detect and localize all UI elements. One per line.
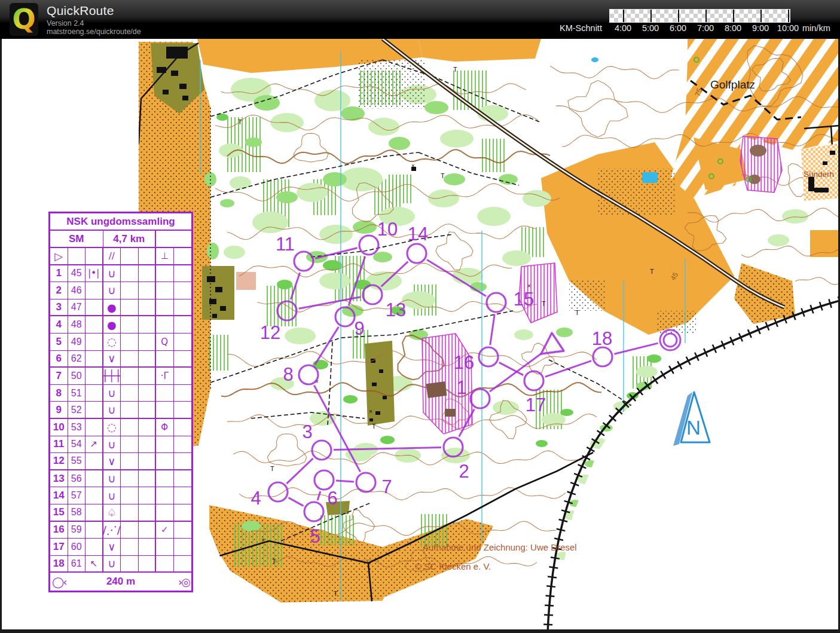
north-arrow-icon: N (673, 392, 710, 446)
cell (121, 522, 139, 539)
control-number-12: 12 (260, 322, 280, 343)
course-leg-line (490, 314, 494, 345)
svg-text:T: T (453, 66, 457, 73)
cell (139, 402, 157, 419)
col-g-symbol (156, 265, 174, 283)
cell (139, 487, 157, 504)
pace-gradient-bar (609, 9, 790, 23)
cell (174, 522, 192, 539)
finish-circle-icon: ›◎ (166, 576, 191, 588)
control-code: 56 (68, 470, 86, 488)
col-g-symbol (156, 504, 174, 522)
cell (139, 385, 157, 402)
quickroute-window: Q QuickRoute Version 2.4 matstroeng.se/q… (0, 0, 840, 633)
course-leg-line (317, 491, 320, 500)
cell (174, 470, 192, 488)
control-circle-3 (312, 441, 331, 460)
control-code: 57 (68, 487, 86, 504)
credit-line-1: Aufnahme und Zeichnung: Uwe Dresel (423, 542, 577, 552)
cell (121, 470, 139, 488)
control-number: 15 (50, 504, 68, 522)
cell (139, 419, 157, 436)
col-g-symbol (156, 402, 174, 419)
control-code: 60 (68, 539, 86, 556)
cell (139, 351, 157, 368)
col-c-symbol (85, 334, 103, 351)
control-number-6: 6 (327, 488, 337, 509)
course-title: NSK ungdomssamling (50, 213, 191, 231)
cell (85, 248, 103, 265)
cell (174, 556, 192, 573)
control-circle-5 (304, 502, 323, 521)
control-number: 14 (50, 487, 68, 504)
feature-symbol: ∪ (103, 487, 121, 504)
pace-tick-label: 5:00 (642, 23, 659, 33)
feature-symbol: ∨ (103, 351, 121, 368)
feature-symbol: ◌ (103, 419, 121, 436)
svg-text:T: T (542, 300, 546, 307)
cell (121, 556, 139, 573)
course-leg-line (286, 458, 313, 484)
feature-symbol: ∪ (103, 436, 121, 454)
pace-tick-label: 8:00 (725, 23, 741, 33)
control-number-13: 13 (386, 299, 406, 320)
credit-line-2: © SC Klecken e. V. (415, 561, 491, 571)
cell (121, 265, 139, 283)
control-circle-4 (268, 482, 288, 501)
feature-symbol: ∪ (103, 402, 121, 419)
col-g-symbol (156, 385, 174, 402)
cell (174, 299, 192, 317)
control-number-7: 7 (381, 476, 392, 497)
control-number: 5 (50, 334, 68, 351)
cell (121, 487, 139, 504)
feature-symbol: ∕⋰∕ (103, 522, 121, 539)
control-number-2: 2 (459, 461, 469, 482)
control-code: 58 (68, 504, 86, 522)
feature-symbol: ◌ (103, 334, 121, 351)
north-letter: N (686, 417, 701, 439)
col-g-symbol (156, 487, 174, 504)
cell (139, 282, 157, 299)
control-circle-8 (299, 365, 318, 384)
col-c-symbol: ↗ (85, 436, 103, 454)
cell (174, 453, 192, 470)
pace-tick (705, 10, 707, 22)
col-c-symbol (85, 539, 103, 556)
control-number-3: 3 (302, 421, 312, 442)
settlement-label: Sünderh (804, 170, 834, 179)
col-c-symbol (85, 282, 103, 299)
logo-letter: Q (12, 3, 35, 35)
control-number-18: 18 (592, 328, 612, 349)
svg-text:T: T (441, 172, 445, 179)
taped-route-start-icon: ◯‹ (50, 576, 76, 588)
app-version: Version 2.4 (47, 19, 84, 27)
control-code: 61 (68, 556, 86, 573)
app-website: matstroeng.se/quickroute/de (47, 27, 141, 36)
col-c-symbol: ↖ (85, 556, 103, 573)
cell (121, 539, 139, 556)
col-g-symbol: ·Γ (156, 368, 174, 385)
control-circle-14 (407, 244, 426, 263)
col-g-symbol (156, 282, 174, 299)
feature-symbol: ● (103, 316, 121, 334)
start-triangle-symbol: ▷ (50, 248, 68, 265)
cell (174, 504, 192, 522)
control-code: 62 (68, 351, 86, 368)
course-class-length-row: SM 4,7 km (50, 231, 191, 248)
svg-text:T: T (372, 423, 376, 430)
control-number: 6 (50, 351, 68, 368)
cell (139, 453, 157, 470)
pace-tick-label: 10:00 (777, 23, 799, 33)
col-c-symbol (85, 316, 103, 334)
control-code: 53 (68, 419, 86, 436)
pace-scale-label: KM-Schnitt (560, 23, 602, 33)
col-g-symbol: Φ (156, 419, 174, 436)
col-c-symbol (85, 351, 103, 368)
cell (139, 436, 157, 454)
cell (121, 419, 139, 436)
control-number-1: 1 (456, 377, 466, 398)
cell (121, 248, 139, 265)
control-code: 46 (68, 282, 86, 299)
pace-tick-label: 6:00 (670, 23, 686, 33)
pace-tick (788, 10, 789, 22)
